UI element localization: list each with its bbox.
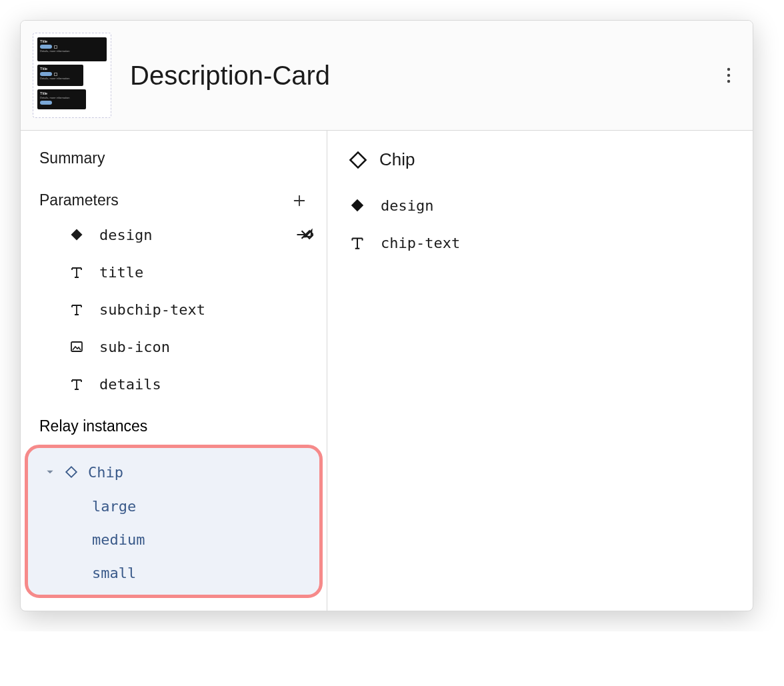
text-icon <box>69 376 85 392</box>
right-column: Chip design chip-text <box>327 131 753 611</box>
component-panel: Title Details, more information Title De… <box>20 20 753 611</box>
parameter-item-design[interactable]: design <box>21 216 327 253</box>
parameter-label: details <box>99 376 313 393</box>
diamond-filled-icon <box>69 227 85 243</box>
parameter-list: design title subchip-text sub-icon <box>21 216 327 403</box>
expand-caret-icon[interactable] <box>45 467 55 477</box>
component-property-design[interactable]: design <box>349 197 734 214</box>
text-icon <box>69 301 85 317</box>
text-icon <box>349 234 366 251</box>
parameter-item-sub-icon[interactable]: sub-icon <box>21 328 327 365</box>
svg-rect-7 <box>350 152 365 167</box>
diamond-outline-icon <box>349 151 367 169</box>
selected-component-name: Chip <box>379 149 415 170</box>
panel-body: Summary Parameters design title <box>21 131 753 611</box>
svg-rect-3 <box>71 229 83 241</box>
parameters-heading-row: Parameters <box>21 191 327 209</box>
kebab-icon <box>727 67 731 83</box>
selected-component-header: Chip <box>349 149 734 170</box>
parameter-label: subchip-text <box>99 301 313 318</box>
component-property-list: design chip-text <box>349 197 734 251</box>
text-icon <box>69 264 85 280</box>
more-options-button[interactable] <box>719 66 738 85</box>
add-parameter-button[interactable] <box>291 192 308 209</box>
relay-variant-large[interactable]: large <box>28 489 319 523</box>
parameters-heading: Parameters <box>39 191 119 209</box>
summary-heading[interactable]: Summary <box>21 149 327 167</box>
svg-point-1 <box>727 74 730 77</box>
relay-instances-heading: Relay instances <box>21 417 327 435</box>
parameter-label: design <box>99 227 280 243</box>
relay-instance-highlight: Chip large medium small <box>25 445 323 598</box>
page-title: Description-Card <box>130 61 719 91</box>
plus-icon <box>292 193 307 208</box>
relay-variant-medium[interactable]: medium <box>28 523 319 556</box>
input-arrow-icon <box>295 225 313 244</box>
component-property-chip-text[interactable]: chip-text <box>349 234 734 251</box>
component-thumbnail: Title Details, more information Title De… <box>33 33 111 118</box>
relay-variant-small[interactable]: small <box>28 556 319 589</box>
component-property-label: chip-text <box>381 235 460 251</box>
parameter-item-subchip-text[interactable]: subchip-text <box>21 291 327 328</box>
diamond-outline-icon <box>64 465 79 479</box>
parameter-item-details[interactable]: details <box>21 365 327 403</box>
relay-instance-name: Chip <box>88 464 123 481</box>
svg-point-2 <box>727 80 730 83</box>
component-property-label: design <box>381 197 433 214</box>
panel-header: Title Details, more information Title De… <box>21 21 753 131</box>
parameter-label: title <box>99 264 313 281</box>
left-column: Summary Parameters design title <box>21 131 327 611</box>
diamond-filled-icon <box>349 197 366 214</box>
image-icon <box>69 339 85 355</box>
svg-rect-6 <box>66 467 77 477</box>
relay-instance-chip[interactable]: Chip <box>28 455 319 489</box>
parameter-label: sub-icon <box>99 339 313 355</box>
parameter-item-title[interactable]: title <box>21 253 327 291</box>
svg-rect-8 <box>351 199 363 211</box>
parameter-link-button[interactable] <box>295 225 313 244</box>
svg-point-0 <box>727 68 730 71</box>
